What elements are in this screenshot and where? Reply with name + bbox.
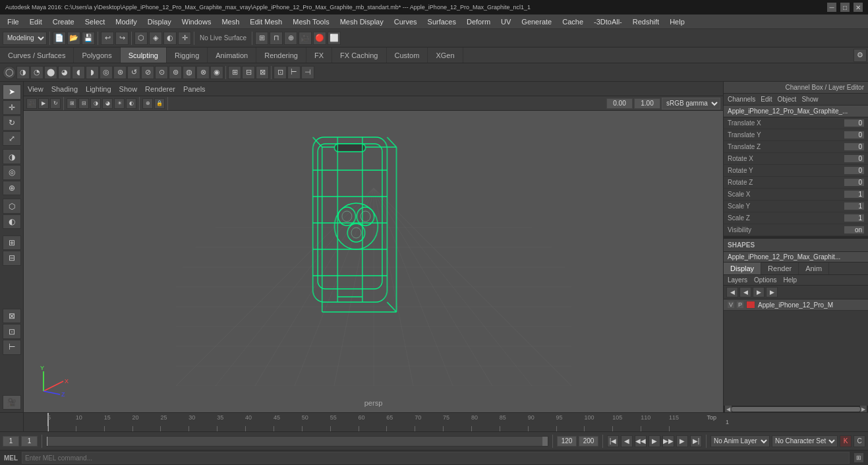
channels-btn[interactable]: Channels (728, 96, 755, 103)
tab-curves-surfaces[interactable]: Curves / Surfaces (0, 47, 74, 63)
sculpt-pinch-btn[interactable]: ◖ (72, 66, 85, 79)
tab-rendering[interactable]: Rendering (256, 47, 306, 63)
layer-next2-btn[interactable]: ▶ (766, 287, 778, 297)
attr-val-sx[interactable]: 1 (844, 191, 864, 198)
tab-custom[interactable]: Custom (387, 47, 428, 63)
tab-sculpting[interactable]: Sculpting (121, 47, 167, 63)
anim-layer-dropdown[interactable]: No Anim Layer (710, 435, 770, 447)
invert-btn[interactable]: ⊣ (301, 66, 314, 79)
attr-val-sy[interactable]: 1 (844, 202, 864, 210)
paint-sel-btn[interactable]: ◐ (3, 214, 21, 230)
layer-playback-toggle[interactable]: P (737, 301, 743, 308)
menu-help[interactable]: Help (665, 16, 689, 27)
tab-fx[interactable]: FX (306, 47, 332, 63)
prev-key-btn[interactable]: |◀ (607, 435, 619, 447)
menu-generate[interactable]: Generate (517, 16, 556, 27)
playback-end-input[interactable] (579, 436, 598, 447)
current-frame-input[interactable] (3, 436, 19, 447)
rotate-btn[interactable]: ↻ (3, 115, 21, 131)
save-scene-btn[interactable]: 💾 (82, 32, 95, 45)
bookmark-btn[interactable]: ⊠ (3, 309, 21, 324)
vp-lock-btn[interactable]: 🔒 (154, 98, 165, 109)
attr-val-rx[interactable]: 0 (844, 155, 864, 162)
vp-menu-shading[interactable]: Shading (51, 85, 78, 93)
snap-grid-btn[interactable]: ⊞ (255, 32, 268, 45)
sculpt-grab-btn[interactable]: ◑ (16, 66, 30, 79)
time-range-end[interactable] (542, 437, 548, 446)
vp-hud-btn[interactable]: ⊕ (142, 98, 153, 109)
attr-val-ry[interactable]: 0 (844, 167, 864, 174)
flood-btn[interactable]: ⊢ (287, 66, 301, 79)
sculpt-spray-btn[interactable]: ⊛ (113, 66, 127, 79)
menu-surfaces[interactable]: Surfaces (423, 16, 461, 27)
vp-light-btn[interactable]: ☀ (114, 98, 125, 109)
close-button[interactable]: ✕ (854, 3, 863, 12)
layer-prev-btn[interactable]: ◀ (726, 287, 738, 297)
timeline-ruler[interactable]: Top 510152025303540455055606570758085909… (47, 413, 723, 431)
tab-rigging[interactable]: Rigging (167, 47, 208, 63)
vp-menu-lighting[interactable]: Lighting (86, 85, 111, 93)
new-scene-btn[interactable]: 📄 (53, 32, 66, 45)
scale-btn[interactable]: ⤢ (3, 131, 21, 146)
menu-deform[interactable]: Deform (462, 16, 495, 27)
layer-next-btn[interactable]: ▶ (753, 287, 765, 297)
show-btn[interactable]: Show (801, 96, 818, 103)
tab-animation[interactable]: Animation (208, 47, 256, 63)
soft-mod-btn[interactable]: ◎ (3, 165, 21, 180)
snap-point-btn[interactable]: ⊕ (284, 32, 297, 45)
vp-menu-renderer[interactable]: Renderer (145, 85, 175, 93)
prev-frame-btn[interactable]: ◀ (621, 435, 633, 447)
tab-fx-caching[interactable]: FX Caching (332, 47, 386, 63)
sculpt-pull-btn[interactable]: ◕ (58, 66, 71, 79)
show-manip-btn[interactable]: ⊕ (3, 181, 21, 196)
menu-edit[interactable]: Edit (25, 16, 47, 27)
layer-color-swatch[interactable] (746, 301, 755, 309)
tab-xgen[interactable]: XGen (428, 47, 463, 63)
menu-select[interactable]: Select (80, 16, 110, 27)
next-frame-btn[interactable]: ▶ (676, 435, 688, 447)
quick-layout-btn[interactable]: ⊡ (3, 324, 21, 339)
layer-visibility-toggle[interactable]: V (728, 301, 734, 308)
scroll-left-arrow[interactable]: ◀ (725, 406, 732, 412)
lasso-tool-btn[interactable]: ◈ (149, 32, 162, 45)
sculpt-scrape-btn[interactable]: ⊚ (169, 66, 182, 79)
command-input[interactable] (22, 452, 850, 464)
vp-wireframe-btn[interactable]: ⊟ (78, 98, 89, 109)
sculpt-imprint-btn[interactable]: ⊘ (141, 66, 154, 79)
minimize-button[interactable]: ─ (827, 3, 836, 12)
vp-tumble-btn[interactable]: ↻ (50, 98, 61, 109)
snap-view-btn[interactable]: ⊞ (3, 235, 21, 251)
universal-manip-btn[interactable]: ◑ (3, 149, 21, 164)
open-scene-btn[interactable]: 📂 (67, 32, 80, 45)
lasso-btn[interactable]: ⬡ (3, 199, 21, 214)
render-btn[interactable]: 🔴 (313, 32, 326, 45)
options-btn[interactable]: Options (754, 276, 776, 284)
vp-playblast-btn[interactable]: ▶ (38, 98, 49, 109)
char-set-dropdown[interactable]: No Character Set (772, 435, 838, 447)
cmd-enter-btn[interactable]: ⊞ (854, 452, 864, 463)
menu-cache[interactable]: Cache (558, 16, 588, 27)
tab-display[interactable]: Display (724, 263, 761, 274)
vp-value2-input[interactable] (634, 98, 660, 109)
menu-windows[interactable]: Windows (177, 16, 216, 27)
undo-btn[interactable]: ↩ (101, 32, 114, 45)
menu-mesh-display[interactable]: Mesh Display (335, 16, 388, 27)
preset-dropdown[interactable]: Modeling (3, 32, 47, 45)
object-btn[interactable]: Object (778, 96, 797, 103)
menu-curves[interactable]: Curves (390, 16, 422, 27)
camera-btn[interactable]: 🎥 (299, 32, 312, 45)
sculpt-fill-btn[interactable]: ◍ (183, 66, 196, 79)
sculpt-flatten-btn[interactable]: ◗ (86, 66, 99, 79)
ipr-btn[interactable]: ⬜ (328, 32, 341, 45)
sculpt-brush-btn[interactable]: ⊞ (228, 66, 241, 79)
time-slider[interactable] (46, 436, 548, 447)
char-set-btn[interactable]: C (854, 435, 865, 447)
range-start-input[interactable] (21, 436, 38, 447)
sym-btn[interactable]: ⊡ (274, 66, 287, 79)
menu-create[interactable]: Create (48, 16, 79, 27)
next-key-btn[interactable]: ▶| (690, 435, 702, 447)
move-tool-btn[interactable]: ✛ (178, 32, 191, 45)
snap-pt-btn[interactable]: ⊟ (3, 251, 21, 266)
paint-tool-btn[interactable]: ◐ (163, 32, 177, 45)
layers-btn[interactable]: Layers (728, 276, 747, 284)
